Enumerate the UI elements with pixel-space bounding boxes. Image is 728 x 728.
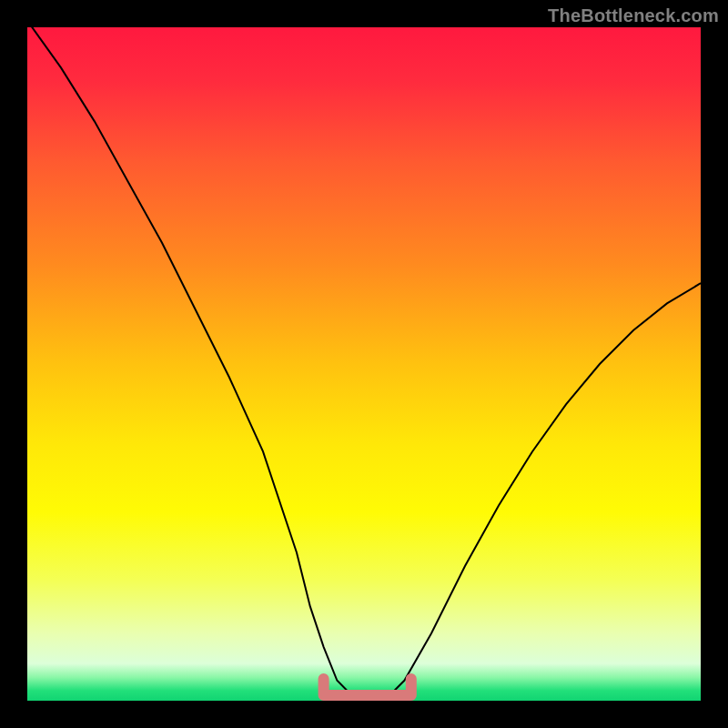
chart-stage: TheBottleneck.com [0,0,728,728]
chart-svg [0,0,728,728]
watermark-text: TheBottleneck.com [548,5,719,26]
